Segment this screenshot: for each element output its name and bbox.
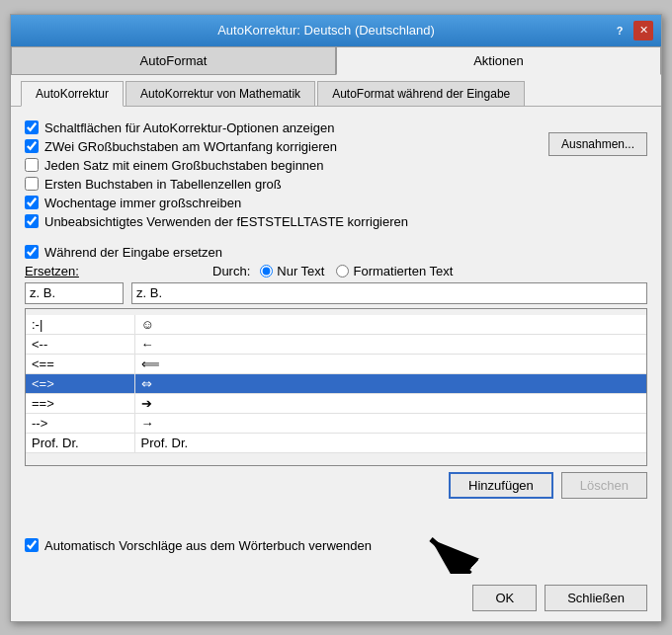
bottom-section: Automatisch Vorschläge aus dem Wörterbuc… [11, 509, 661, 621]
inner-tab-bar: AutoKorrektur AutoKorrektur von Mathemat… [11, 75, 661, 107]
ausnahmen-section: Ausnahmen... [548, 117, 647, 156]
dialog-title: AutoKorrektur: Deutsch (Deutschland) [42, 23, 610, 38]
label-ersten-buchstaben: Ersten Buchstaben in Tabellenzellen groß [44, 177, 282, 192]
replacement-table: :-|☺<--←<==⟸<=>⇔==>➔-->→Prof. Dr.Prof. D… [26, 315, 646, 453]
table-cell-to: ☺ [134, 315, 646, 335]
replacement-table-wrapper[interactable]: :-|☺<--←<==⟸<=>⇔==>➔-->→Prof. Dr.Prof. D… [25, 308, 647, 466]
table-row[interactable]: ==>➔ [26, 393, 646, 413]
input-ersetzen[interactable] [25, 282, 124, 304]
close-button[interactable]: ✕ [633, 21, 653, 40]
checkbox-row-5: Wochentage immer großschreiben [25, 196, 543, 210]
label-waehrend: Während der Eingabe ersetzen [44, 245, 222, 260]
title-bar-buttons: ? ✕ [610, 21, 653, 40]
ersetzen-label: Ersetzen: [25, 264, 104, 278]
checkbox-row-1: Schaltflächen für AutoKorrektur-Optionen… [25, 120, 543, 135]
table-cell-from: <=> [26, 373, 134, 393]
tab-aktionen[interactable]: Aktionen [336, 46, 661, 75]
schliessen-button[interactable]: Schließen [545, 585, 647, 611]
checkbox-jeden-satz[interactable] [25, 158, 39, 172]
radio-formatierten-label[interactable]: Formatierten Text [336, 264, 453, 278]
ausnahmen-button[interactable]: Ausnahmen... [548, 132, 647, 156]
label-feststelltaste: Unbeabsichtigtes Verwenden der fESTSTELL… [44, 214, 408, 229]
tab-mathematik[interactable]: AutoKorrektur von Mathematik [126, 81, 315, 106]
checkboxes-with-button: Schaltflächen für AutoKorrektur-Optionen… [25, 117, 647, 233]
checkbox-auto-vorschlaege[interactable] [25, 538, 39, 552]
table-row[interactable]: <--← [26, 334, 646, 354]
table-cell-to: ⇔ [134, 373, 646, 393]
checkbox-waehrend[interactable] [25, 245, 39, 259]
svg-line-1 [431, 539, 470, 574]
tab-autokorrektur[interactable]: AutoKorrektur [21, 81, 124, 107]
table-cell-to: Prof. Dr. [134, 433, 646, 452]
label-auto-vorschlaege: Automatisch Vorschläge aus dem Wörterbuc… [44, 538, 372, 553]
checkbox-row-4: Ersten Buchstaben in Tabellenzellen groß [25, 177, 543, 192]
radio-formatierten-text: Formatierten Text [353, 264, 453, 278]
label-zwei-grossbuchstaben: ZWei GRoßbuchstaben am WOrtanfang korrig… [44, 139, 337, 154]
ersetzen-durch-row: Ersetzen: Durch: Nur Text Formatierten T… [25, 264, 647, 278]
radio-nur-text[interactable] [260, 265, 273, 278]
table-row[interactable]: Prof. Dr.Prof. Dr. [26, 433, 646, 452]
table-cell-from: :-| [26, 315, 134, 335]
table-cell-from: Prof. Dr. [26, 433, 134, 452]
table-cell-to: ← [134, 334, 646, 354]
checkbox-feststelltaste[interactable] [25, 214, 39, 228]
tab-autoformat-eingabe[interactable]: AutoFormat während der Eingabe [317, 81, 525, 106]
input-durch[interactable] [131, 282, 647, 304]
hinzufuegen-button[interactable]: Hinzufügen [449, 472, 553, 499]
auto-vorschlaege-row: Automatisch Vorschläge aus dem Wörterbuc… [25, 538, 372, 553]
radio-formatierten[interactable] [336, 265, 349, 278]
label-wochentage: Wochentage immer großschreiben [44, 196, 241, 210]
label-schaltflaechen: Schaltflächen für AutoKorrektur-Optionen… [44, 120, 334, 135]
final-buttons: OK Schließen [25, 585, 647, 611]
checkbox-ersten-buchstaben[interactable] [25, 177, 39, 191]
waehrend-row: Während der Eingabe ersetzen [25, 245, 647, 260]
table-row[interactable]: :-|☺ [26, 315, 646, 335]
checkboxes-section: Schaltflächen für AutoKorrektur-Optionen… [25, 117, 543, 233]
durch-label: Durch: [212, 264, 250, 278]
input-row [25, 282, 647, 304]
checkbox-zwei-grossbuchstaben[interactable] [25, 139, 39, 153]
title-bar: AutoKorrektur: Deutsch (Deutschland) ? ✕ [11, 15, 661, 46]
arrow-graphic [411, 524, 490, 574]
table-row[interactable]: -->→ [26, 413, 646, 433]
action-row: Hinzufügen Löschen [25, 472, 647, 499]
loeschen-button[interactable]: Löschen [561, 472, 647, 499]
help-button[interactable]: ? [610, 21, 630, 40]
checkbox-schaltflaechen[interactable] [25, 120, 39, 134]
checkbox-row-3: Jeden Satz mit einem Großbuchstaben begi… [25, 158, 543, 173]
dialog-window: AutoKorrektur: Deutsch (Deutschland) ? ✕… [10, 14, 662, 622]
table-row[interactable]: <==⟸ [26, 354, 646, 373]
checkbox-row-2: ZWei GRoßbuchstaben am WOrtanfang korrig… [25, 139, 543, 154]
table-cell-from: <-- [26, 334, 134, 354]
radio-nur-text-label[interactable]: Nur Text [260, 264, 324, 278]
table-cell-from: --> [26, 413, 134, 433]
ok-button[interactable]: OK [472, 585, 537, 611]
table-cell-from: <== [26, 354, 134, 373]
table-row[interactable]: <=>⇔ [26, 373, 646, 393]
table-cell-to: ⟸ [134, 354, 646, 373]
checkbox-row-6: Unbeabsichtigtes Verwenden der fESTSTELL… [25, 214, 543, 229]
label-jeden-satz: Jeden Satz mit einem Großbuchstaben begi… [44, 158, 324, 173]
table-cell-to: → [134, 413, 646, 433]
radio-group: Nur Text Formatierten Text [260, 264, 453, 278]
table-cell-to: ➔ [134, 393, 646, 413]
radio-nur-text-text: Nur Text [277, 264, 324, 278]
table-cell-from: ==> [26, 393, 134, 413]
outer-tab-bar: AutoFormat Aktionen [11, 46, 661, 75]
tab-autoformat[interactable]: AutoFormat [11, 46, 336, 74]
main-content: Schaltflächen für AutoKorrektur-Optionen… [11, 107, 661, 509]
checkbox-wochentage[interactable] [25, 196, 39, 209]
